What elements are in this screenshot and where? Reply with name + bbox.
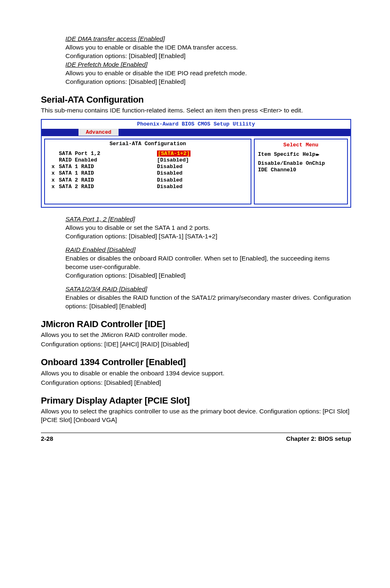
raid-en-title: RAID Enabled [Disabled] xyxy=(65,246,351,254)
ide-dma-line1: Allows you to enable or disable the IDE … xyxy=(65,43,351,52)
bios-row: xSATA 1 RAIDDisabled xyxy=(52,164,247,170)
serial-ata-heading: Serial-ATA Configuration xyxy=(41,94,351,106)
row-prefix: x xyxy=(52,164,59,170)
ide-pre-title: IDE Prefetch Mode [Enabled] xyxy=(65,61,351,69)
sata1234-line1: Enables or disables the RAID function of… xyxy=(65,294,351,311)
primary-disp-line1: Allows you to select the graphics contro… xyxy=(41,407,351,424)
row-prefix xyxy=(52,150,59,157)
footer-right: Chapter 2: BIOS setup xyxy=(286,435,351,443)
row-label: SATA 2 RAID xyxy=(59,184,157,190)
row-prefix: x xyxy=(52,170,59,177)
page: IDE DMA transfer access [Enabled] Allows… xyxy=(0,0,390,463)
row-value: [SATA-1+2] xyxy=(157,150,191,157)
ide-dma-title: IDE DMA transfer access [Enabled] xyxy=(65,35,351,43)
footer-left: 2-28 xyxy=(41,435,53,443)
row-value: Disabled xyxy=(157,184,182,190)
bios-right-pane: Select Menu Item Specific Help Disable/E… xyxy=(254,139,348,204)
bios-screenshot: Phoenix-Award BIOS CMOS Setup Utility Ad… xyxy=(41,119,351,208)
onboard1394-line1: Allows you to disable or enable the onbo… xyxy=(41,369,351,378)
bios-row: xSATA 1 RAIDDisabled xyxy=(52,170,247,177)
sata-port-line1: Allows you to disable or set the SATA 1 … xyxy=(65,224,351,232)
sata1234-block: SATA1/2/3/4 RAID [Disabled] Enables or d… xyxy=(65,285,351,311)
bios-help-line3: IDE Channel0 xyxy=(258,167,344,173)
row-value: Disabled xyxy=(157,164,182,170)
row-prefix: x xyxy=(52,177,59,184)
sata-port-title: SATA Port 1, 2 [Enabled] xyxy=(65,215,351,224)
row-label: SATA 2 RAID xyxy=(59,177,157,184)
jmicron-heading: JMicron RAID Controller [IDE] xyxy=(41,318,351,330)
row-label: RAID Enabled xyxy=(59,157,157,164)
ide-pre-line1: Allows you to enable or disable the IDE … xyxy=(65,69,351,78)
bios-body: Serial-ATA Configuration SATA Port 1,2[S… xyxy=(42,136,350,207)
bios-right-title: Select Menu xyxy=(258,142,344,151)
primary-disp-heading: Primary Display Adapter [PCIE Slot] xyxy=(41,395,351,407)
bios-row: SATA Port 1,2[SATA-1+2] xyxy=(52,150,247,157)
jmicron-line2: Configuration options: [IDE] [AHCI] [RAI… xyxy=(41,340,351,349)
row-value: Disabled xyxy=(157,177,182,184)
row-label: SATA Port 1,2 xyxy=(59,150,157,157)
row-value: Disabled xyxy=(157,170,182,177)
sata-port-block: SATA Port 1, 2 [Enabled] Allows you to d… xyxy=(65,215,351,241)
bios-title: Phoenix-Award BIOS CMOS Setup Utility xyxy=(42,120,350,129)
row-value: [Disabled] xyxy=(157,157,189,164)
bios-row: xSATA 2 RAIDDisabled xyxy=(52,177,247,184)
row-label: SATA 1 RAID xyxy=(59,164,157,170)
raid-en-line2: Configuration options: [Disabled] [Enabl… xyxy=(65,272,351,280)
bios-row: xSATA 2 RAIDDisabled xyxy=(52,184,247,190)
onboard1394-line2: Configuration options: [Disabled] [Enabl… xyxy=(41,379,351,387)
row-prefix xyxy=(52,157,59,164)
jmicron-line1: Allows you to set the JMicron RAID contr… xyxy=(41,331,351,339)
row-prefix: x xyxy=(52,184,59,190)
ide-dma-block: IDE DMA transfer access [Enabled] Allows… xyxy=(65,35,351,86)
bios-help-line2: Disable/Enable OnChip xyxy=(258,160,344,167)
after-bios-block: SATA Port 1, 2 [Enabled] Allows you to d… xyxy=(65,215,351,310)
onboard1394-heading: Onboard 1394 Controller [Enabled] xyxy=(41,356,351,368)
sata-port-line2: Configuration options: [Disabled] [SATA-… xyxy=(65,232,351,241)
bios-row: RAID Enabled[Disabled] xyxy=(52,157,247,164)
bios-tab-advanced: Advanced xyxy=(78,129,119,136)
ide-dma-line2: Configuration options: [Disabled] [Enabl… xyxy=(65,52,351,61)
bios-rows: SATA Port 1,2[SATA-1+2]RAID Enabled[Disa… xyxy=(45,149,251,195)
bios-tab-row: Advanced xyxy=(42,129,350,136)
ide-pre-line2: Configuration options: [Disabled] [Enabl… xyxy=(65,78,351,86)
sata1234-title: SATA1/2/3/4 RAID [Disabled] xyxy=(65,285,351,294)
arrow-icon xyxy=(315,151,318,157)
raid-en-block: RAID Enabled [Disabled] Enables or disab… xyxy=(65,246,351,280)
bios-left-pane: Serial-ATA Configuration SATA Port 1,2[S… xyxy=(44,139,251,204)
bios-help-line1: Item Specific Help xyxy=(258,151,344,158)
page-footer: 2-28 Chapter 2: BIOS setup xyxy=(41,433,351,443)
intro-block: IDE DMA transfer access [Enabled] Allows… xyxy=(65,35,351,86)
row-label: SATA 1 RAID xyxy=(59,170,157,177)
bios-left-title: Serial-ATA Configuration xyxy=(45,139,251,148)
raid-en-line1: Enables or disables the onboard RAID con… xyxy=(65,254,351,272)
serial-ata-lead: This sub-menu contains IDE function-rela… xyxy=(41,106,351,115)
